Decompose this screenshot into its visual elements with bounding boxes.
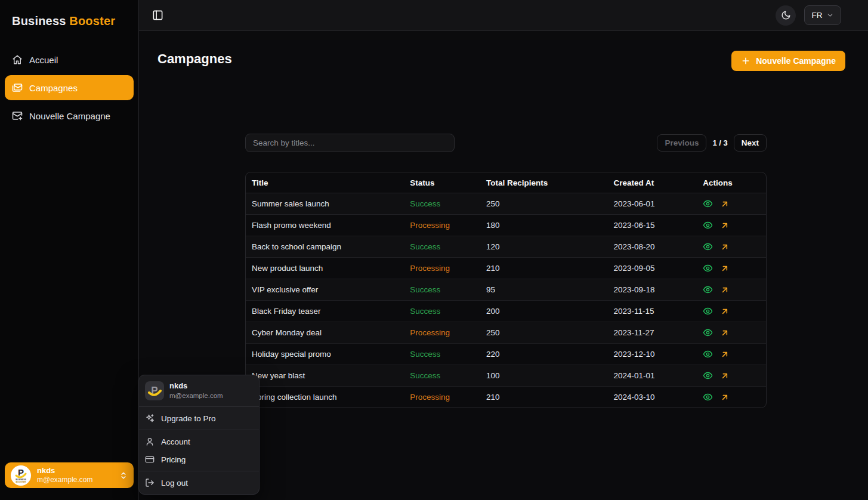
sidebar-nav: Accueil Campagnes Nouvelle Campagne <box>0 40 138 128</box>
credit-card-icon <box>145 455 155 464</box>
open-campaign-icon[interactable] <box>720 199 730 209</box>
open-campaign-icon[interactable] <box>720 264 730 273</box>
language-value: FR <box>812 11 823 20</box>
table-row: Cyber Monday dealProcessing2502023-11-27 <box>246 322 766 344</box>
open-campaign-icon[interactable] <box>720 371 730 381</box>
cell-title: Cyber Monday deal <box>246 322 404 344</box>
cell-recipients: 220 <box>480 344 607 365</box>
brand-logo: Business Booster <box>0 0 138 40</box>
menu-separator <box>139 406 259 407</box>
table-row: Spring collection launchProcessing210202… <box>246 387 766 408</box>
cell-recipients: 250 <box>480 322 607 344</box>
cell-created-at: 2023-11-27 <box>608 322 697 344</box>
cell-created-at: 2023-09-18 <box>608 279 697 301</box>
row-actions <box>703 263 760 273</box>
pagination-info: 1 / 3 <box>712 138 727 147</box>
view-campaign-icon[interactable] <box>703 242 713 252</box>
view-campaign-icon[interactable] <box>703 328 713 338</box>
user-dropdown-menu: P nkds m@example.com Upgrade to Pro Acco… <box>138 375 260 495</box>
view-campaign-icon[interactable] <box>703 392 713 402</box>
user-icon <box>145 437 155 446</box>
view-campaign-icon[interactable] <box>703 263 713 273</box>
plus-icon <box>741 56 750 66</box>
cell-title: Spring collection launch <box>246 387 404 408</box>
cell-actions <box>697 258 766 279</box>
search-input[interactable] <box>245 134 455 152</box>
sidebar-item-accueil[interactable]: Accueil <box>5 47 134 72</box>
column-header: Status <box>404 172 480 193</box>
moon-icon <box>781 10 791 20</box>
cell-status: Success <box>404 301 480 322</box>
open-campaign-icon[interactable] <box>720 221 730 230</box>
menu-item-label: Account <box>161 437 190 446</box>
mail-plus-icon <box>12 110 23 121</box>
user-menu-name: nkds <box>169 381 223 391</box>
open-campaign-icon[interactable] <box>720 307 730 316</box>
cell-actions <box>697 301 766 322</box>
open-campaign-icon[interactable] <box>720 285 730 295</box>
menu-item-logout[interactable]: Log out <box>141 474 257 492</box>
sidebar-item-campagnes[interactable]: Campagnes <box>5 75 134 100</box>
page-title: Campagnes <box>157 51 232 67</box>
table-row: New product launchProcessing2102023-09-0… <box>246 258 766 279</box>
topbar: FR <box>139 0 868 31</box>
row-actions <box>703 349 760 359</box>
row-actions <box>703 242 760 252</box>
new-campaign-button[interactable]: Nouvelle Campagne <box>731 51 845 71</box>
open-campaign-icon[interactable] <box>720 328 730 338</box>
pagination: Previous 1 / 3 Next <box>657 134 767 152</box>
status-badge: Success <box>410 285 440 294</box>
row-actions <box>703 199 760 209</box>
menu-item-pricing[interactable]: Pricing <box>141 450 257 468</box>
row-actions <box>703 285 760 295</box>
view-campaign-icon[interactable] <box>703 285 713 295</box>
cell-actions <box>697 387 766 408</box>
theme-toggle-button[interactable] <box>776 5 796 26</box>
cell-title: Summer sales launch <box>246 193 404 215</box>
cell-recipients: 95 <box>480 279 607 301</box>
pagination-next-button[interactable]: Next <box>734 134 767 152</box>
open-campaign-icon[interactable] <box>720 350 730 359</box>
sidebar-item-nouvelle-campagne[interactable]: Nouvelle Campagne <box>5 103 134 128</box>
cell-actions <box>697 236 766 258</box>
chevrons-up-down-icon <box>119 471 128 480</box>
view-campaign-icon[interactable] <box>703 371 713 381</box>
table-row: Flash promo weekendProcessing1802023-06-… <box>246 215 766 236</box>
row-actions <box>703 220 760 230</box>
cell-recipients: 200 <box>480 301 607 322</box>
mails-icon <box>12 82 23 93</box>
svg-text:BOOSTER: BOOSTER <box>16 481 26 483</box>
open-campaign-icon[interactable] <box>720 242 730 252</box>
open-campaign-icon[interactable] <box>720 393 730 402</box>
view-campaign-icon[interactable] <box>703 306 713 316</box>
view-campaign-icon[interactable] <box>703 349 713 359</box>
table-body: Summer sales launchSuccess2502023-06-01 … <box>246 193 766 408</box>
sidebar-toggle-button[interactable] <box>152 10 163 21</box>
cell-created-at: 2023-09-05 <box>608 258 697 279</box>
menu-separator <box>139 471 259 471</box>
row-actions <box>703 371 760 381</box>
sidebar-user-button[interactable]: P BUSINESS BOOSTER nkds m@example.com <box>5 462 134 488</box>
campaigns-table-card: TitleStatusTotal RecipientsCreated AtAct… <box>245 172 767 408</box>
user-email: m@example.com <box>37 476 93 484</box>
view-campaign-icon[interactable] <box>703 199 713 209</box>
user-name: nkds <box>37 466 93 476</box>
pagination-previous-button[interactable]: Previous <box>657 134 706 152</box>
language-select[interactable]: FR <box>804 5 841 25</box>
new-campaign-label: Nouvelle Campagne <box>756 56 836 66</box>
menu-item-upgrade[interactable]: Upgrade to Pro <box>141 409 257 427</box>
row-actions <box>703 328 760 338</box>
table-row: VIP exclusive offerSuccess952023-09-18 <box>246 279 766 301</box>
table-row: Back to school campaignSuccess1202023-08… <box>246 236 766 258</box>
menu-item-label: Upgrade to Pro <box>161 414 216 423</box>
cell-actions <box>697 215 766 236</box>
view-campaign-icon[interactable] <box>703 220 713 230</box>
sidebar-item-label: Nouvelle Campagne <box>29 111 110 121</box>
cell-title: New product launch <box>246 258 404 279</box>
cell-actions <box>697 193 766 215</box>
cell-recipients: 120 <box>480 236 607 258</box>
row-actions <box>703 392 760 402</box>
cell-actions <box>697 365 766 387</box>
cell-recipients: 100 <box>480 365 607 387</box>
menu-item-account[interactable]: Account <box>141 433 257 450</box>
